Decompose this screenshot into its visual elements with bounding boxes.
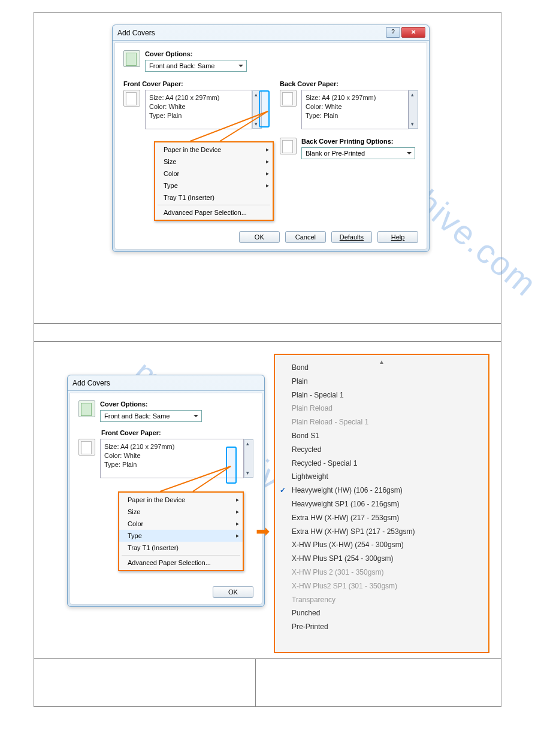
- front-cover-paper-box[interactable]: Size: A4 (210 x 297mm) Color: White Type…: [145, 90, 252, 129]
- type-option[interactable]: Pre-Printed: [292, 620, 483, 634]
- paper-color: Color: White: [149, 102, 248, 111]
- paper-size: Size: A4 (210 x 297mm): [149, 93, 248, 102]
- ok-button[interactable]: OK: [239, 231, 280, 243]
- type-option[interactable]: Bond S1: [292, 429, 483, 443]
- paper-type-submenu: ▲ BondPlainPlain - Special 1Plain Reload…: [274, 354, 489, 653]
- ok-button[interactable]: OK: [213, 586, 253, 598]
- cover-options-label: Cover Options:: [145, 50, 418, 57]
- menu-advanced-paper[interactable]: Advanced Paper Selection...: [155, 207, 273, 218]
- type-option[interactable]: Heavyweight (HW) (106 - 216gsm): [292, 484, 483, 497]
- paper-type: Type: Plain: [104, 460, 240, 469]
- dropdown-highlight: [259, 90, 270, 127]
- menu-size[interactable]: Size: [155, 156, 273, 168]
- type-option: X-HW Plus 2 (301 - 350gsm): [292, 566, 483, 579]
- help-titlebar-button[interactable]: ?: [386, 27, 400, 38]
- cover-options-label: Cover Options:: [100, 400, 253, 408]
- titlebar: Add Covers ? ✕: [113, 25, 429, 41]
- close-button[interactable]: ✕: [401, 27, 425, 38]
- menu-tray-t1[interactable]: Tray T1 (Inserter): [119, 542, 243, 554]
- menu-color[interactable]: Color: [155, 168, 273, 180]
- type-option[interactable]: Heavyweight SP1 (106 - 216gsm): [292, 497, 483, 511]
- type-option[interactable]: Recycled - Special 1: [292, 457, 483, 470]
- type-option[interactable]: Bond: [292, 361, 483, 375]
- scrollbar[interactable]: [244, 439, 253, 478]
- menu-tray-t1[interactable]: Tray T1 (Inserter): [155, 192, 273, 204]
- type-option[interactable]: Lightweight: [292, 470, 483, 484]
- page-icon: [78, 439, 95, 456]
- paper-color: Color: White: [104, 451, 240, 460]
- menu-type[interactable]: Type: [119, 530, 243, 542]
- menu-paper-in-device[interactable]: Paper in the Device: [155, 144, 273, 156]
- cancel-button[interactable]: Cancel: [285, 231, 326, 243]
- menu-type[interactable]: Type: [155, 180, 273, 192]
- cover-options-combo[interactable]: Front and Back: Same: [145, 60, 247, 72]
- menu-color[interactable]: Color: [119, 518, 243, 530]
- type-option[interactable]: Recycled: [292, 443, 483, 457]
- type-option[interactable]: Extra HW (X-HW) SP1 (217 - 253gsm): [292, 525, 483, 539]
- arrow-icon: ➡: [256, 521, 270, 541]
- back-cover-paper-box[interactable]: Size: A4 (210 x 297mm) Color: White Type…: [301, 90, 409, 129]
- menu-advanced-paper[interactable]: Advanced Paper Selection...: [119, 557, 243, 569]
- add-covers-dialog-2: Add Covers Cover Options: Front and Back…: [67, 375, 265, 607]
- help-button[interactable]: Help: [377, 231, 418, 243]
- back-cover-printing-combo[interactable]: Blank or Pre-Printed: [301, 147, 415, 159]
- titlebar: Add Covers: [68, 375, 264, 391]
- front-cover-paper-label: Front Cover Paper:: [123, 80, 262, 87]
- dialog-title: Add Covers: [117, 29, 155, 37]
- type-option[interactable]: Punched: [292, 606, 483, 620]
- type-option: X-HW Plus2 SP1 (301 - 350gsm): [292, 579, 483, 593]
- type-option[interactable]: X-HW Plus (X-HW) (254 - 300gsm): [292, 538, 483, 552]
- menu-size[interactable]: Size: [119, 506, 243, 518]
- back-cover-paper-label: Back Cover Paper:: [280, 80, 418, 87]
- dialog-title: Add Covers: [72, 379, 110, 387]
- defaults-button[interactable]: Defaults: [331, 231, 372, 243]
- scrollbar[interactable]: [409, 90, 418, 129]
- paper-size: Size: A4 (210 x 297mm): [104, 442, 240, 451]
- back-cover-printing-label: Back Cover Printing Options:: [301, 138, 418, 145]
- type-option[interactable]: X-HW Plus SP1 (254 - 300gsm): [292, 552, 483, 566]
- dropdown-highlight: [226, 447, 237, 484]
- paper-context-menu: Paper in the Device Size Color Type Tray…: [154, 141, 274, 221]
- page-icon: [123, 90, 140, 107]
- page-icon: [280, 138, 297, 154]
- type-option[interactable]: Extra HW (X-HW) (217 - 253gsm): [292, 511, 483, 525]
- front-cover-paper-box[interactable]: Size: A4 (210 x 297mm) Color: White Type…: [100, 439, 244, 478]
- type-option[interactable]: Plain - Special 1: [292, 388, 483, 402]
- type-option[interactable]: Plain: [292, 375, 483, 388]
- page-icon: [280, 90, 297, 107]
- menu-paper-in-device[interactable]: Paper in the Device: [119, 494, 243, 506]
- paper-type: Type: Plain: [149, 111, 248, 120]
- type-option: Plain Reload: [292, 402, 483, 415]
- cover-options-combo[interactable]: Front and Back: Same: [100, 410, 202, 422]
- paper-type: Type: Plain: [306, 111, 404, 120]
- paper-size: Size: A4 (210 x 297mm): [306, 93, 404, 102]
- paper-color: Color: White: [306, 102, 404, 111]
- type-option: Transparency: [292, 593, 483, 607]
- front-cover-paper-label: Front Cover Paper:: [101, 429, 253, 436]
- covers-icon: [123, 50, 140, 67]
- covers-icon: [78, 400, 95, 417]
- type-option: Plain Reload - Special 1: [292, 415, 483, 429]
- paper-context-menu: Paper in the Device Size Color Type Tray…: [118, 491, 244, 571]
